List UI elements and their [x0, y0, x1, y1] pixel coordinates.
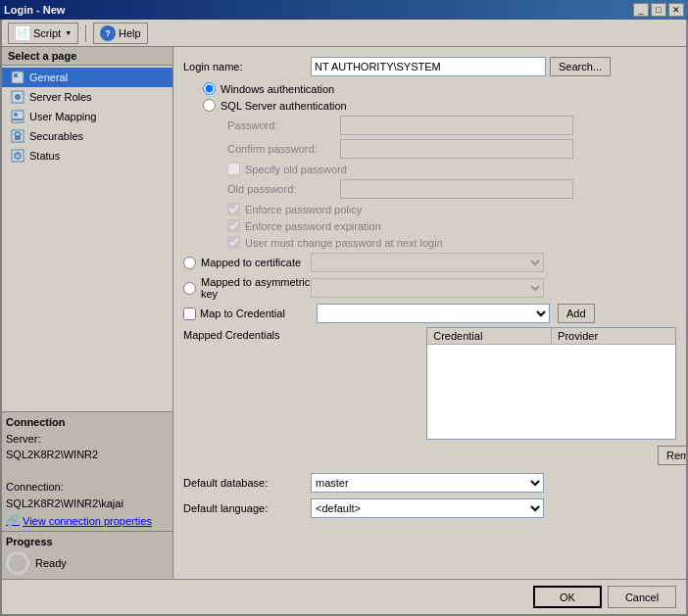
password-input[interactable]: [340, 116, 573, 135]
sidebar-item-status-label: Status: [29, 150, 60, 162]
windows-auth-label: Windows authentication: [221, 83, 334, 95]
sidebar-section-title: Select a page: [2, 47, 172, 66]
maximize-button[interactable]: □: [651, 3, 666, 17]
link-icon: 🔗: [6, 514, 20, 527]
default-database-select[interactable]: master: [311, 473, 544, 493]
old-password-label: Old password:: [227, 183, 340, 195]
user-mapping-icon: [10, 109, 25, 124]
main-panel: Login name: Search... Windows authentica…: [173, 47, 686, 579]
sidebar-item-server-roles-label: Server Roles: [29, 91, 92, 103]
content-area: Select a page General Server Roles: [2, 47, 686, 579]
provider-col-header: Provider: [552, 328, 675, 344]
confirm-password-input[interactable]: [340, 139, 573, 159]
mapped-credentials-label: Mapped Credentials: [183, 327, 299, 444]
sidebar-item-general[interactable]: General: [2, 68, 172, 87]
connection-text: Server: SQL2K8R2\WINR2 Connection: SQL2K…: [6, 431, 169, 512]
script-label: Script: [33, 27, 61, 39]
svg-point-12: [17, 157, 18, 158]
progress-title: Progress: [6, 536, 169, 547]
add-button[interactable]: Add: [558, 304, 595, 323]
connection-label: Connection:: [6, 479, 169, 496]
map-to-credential-checkbox[interactable]: [183, 308, 196, 320]
windows-auth-row: Windows authentication: [203, 82, 676, 95]
password-section: Password: Confirm password:: [227, 116, 676, 159]
connection-title: Connection: [6, 416, 169, 428]
user-must-change-label: User must change password at next login: [245, 237, 443, 249]
login-name-label: Login name:: [183, 61, 311, 72]
svg-rect-1: [14, 73, 18, 77]
credentials-header: Credential Provider: [427, 328, 675, 345]
bottom-bar: OK Cancel: [2, 579, 686, 614]
sidebar-item-user-mapping-label: User Mapping: [29, 111, 96, 122]
help-icon: ?: [100, 25, 116, 41]
help-button[interactable]: ? Help: [93, 23, 148, 44]
windows-auth-radio[interactable]: [203, 82, 216, 95]
specify-old-password-checkbox[interactable]: [227, 163, 240, 175]
cancel-button[interactable]: Cancel: [608, 586, 676, 608]
title-bar: Login - New _ □ ✕: [0, 0, 688, 20]
remove-button[interactable]: Remove: [658, 446, 686, 465]
confirm-password-label: Confirm password:: [227, 143, 340, 155]
help-label: Help: [119, 27, 141, 39]
mapped-cert-row: Mapped to certificate: [183, 253, 676, 272]
sidebar-item-general-label: General: [29, 71, 68, 83]
minimize-button[interactable]: _: [633, 3, 649, 17]
progress-status: Ready: [35, 557, 67, 569]
sidebar: Select a page General Server Roles: [2, 47, 173, 579]
sql-auth-label: SQL Server authentication: [221, 100, 347, 112]
mapped-asym-select[interactable]: [311, 278, 544, 298]
old-password-input[interactable]: [340, 179, 573, 199]
enforce-expiration-checkbox[interactable]: [227, 219, 240, 232]
default-language-label: Default language:: [183, 502, 311, 514]
sql-auth-row: SQL Server authentication: [203, 99, 676, 112]
mapped-cert-radio[interactable]: [183, 257, 196, 269]
close-button[interactable]: ✕: [668, 3, 684, 17]
old-password-row: Old password:: [227, 179, 676, 199]
confirm-password-row: Confirm password:: [227, 139, 676, 159]
server-roles-icon: [10, 89, 25, 105]
svg-rect-8: [15, 135, 21, 140]
toolbar-separator: [85, 24, 86, 42]
map-to-credential-select[interactable]: [317, 304, 550, 323]
default-language-row: Default language: <default>: [183, 498, 676, 518]
svg-point-5: [14, 113, 18, 117]
sidebar-item-status[interactable]: Status: [2, 146, 172, 166]
sidebar-item-server-roles[interactable]: Server Roles: [2, 87, 172, 107]
svg-rect-4: [12, 111, 24, 122]
script-icon: 📄: [15, 25, 30, 41]
mapped-asym-label: Mapped to asymmetric key: [201, 276, 311, 300]
progress-content: Ready: [6, 551, 169, 575]
search-button[interactable]: Search...: [550, 57, 611, 76]
sql-auth-radio[interactable]: [203, 99, 216, 112]
user-must-change-checkbox[interactable]: [227, 236, 240, 249]
toolbar: 📄 Script ▼ ? Help: [2, 20, 686, 47]
main-window: 📄 Script ▼ ? Help Select a page General: [0, 20, 688, 616]
view-connection-properties-link[interactable]: 🔗 View connection properties: [6, 514, 169, 527]
mapped-asym-radio[interactable]: [183, 282, 196, 295]
mapped-asym-row: Mapped to asymmetric key: [183, 276, 676, 300]
enforce-policy-checkbox[interactable]: [227, 203, 240, 215]
ok-button[interactable]: OK: [533, 586, 602, 608]
credentials-grid: Credential Provider: [426, 327, 676, 440]
server-label: Server:: [6, 431, 169, 448]
sidebar-items: General Server Roles User Mapping: [2, 66, 172, 411]
login-name-input[interactable]: [311, 57, 546, 76]
script-dropdown-arrow: ▼: [65, 29, 72, 36]
enforce-policy-row: Enforce password policy: [227, 203, 676, 215]
old-password-section: Old password:: [227, 179, 676, 199]
default-language-select[interactable]: <default>: [311, 498, 544, 518]
svg-rect-6: [13, 118, 23, 120]
view-connection-properties-label: View connection properties: [23, 515, 152, 527]
status-icon: [10, 148, 25, 164]
enforce-expiration-label: Enforce password expiration: [245, 220, 381, 232]
sidebar-item-securables[interactable]: Securables: [2, 126, 172, 146]
password-label: Password:: [227, 119, 340, 131]
script-button[interactable]: 📄 Script ▼: [8, 23, 78, 44]
sidebar-item-user-mapping[interactable]: User Mapping: [2, 107, 172, 126]
login-name-row: Login name: Search...: [183, 57, 676, 76]
securables-icon: [10, 128, 25, 144]
mapped-cert-select[interactable]: [311, 253, 544, 272]
enforce-expiration-row: Enforce password expiration: [227, 219, 676, 232]
mapped-credentials-section: Mapped Credentials Credential Provider: [183, 327, 676, 444]
enforce-policy-label: Enforce password policy: [245, 204, 362, 215]
